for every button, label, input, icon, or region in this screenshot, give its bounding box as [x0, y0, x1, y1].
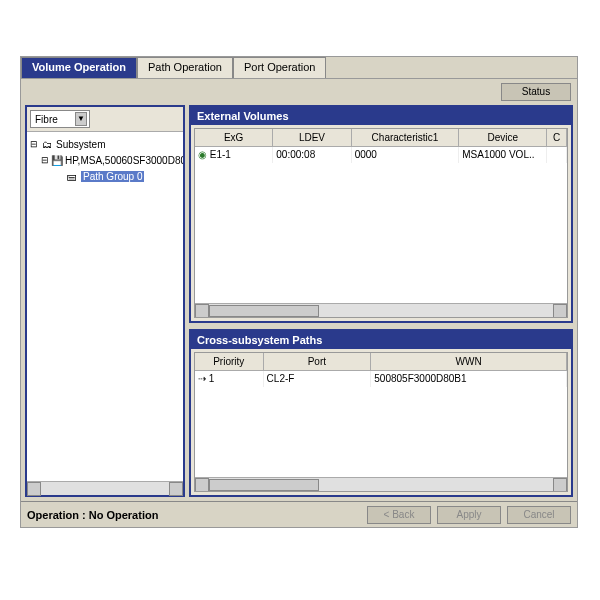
external-volumes-panel: External Volumes ExG LDEV Characteristic… [189, 105, 573, 323]
apply-button[interactable]: Apply [437, 506, 501, 524]
tree-node-path-group[interactable]: 🖴 Path Group 0 [29, 168, 181, 184]
table-body: ◉ E1-1 00:00:08 0000 MSA1000 VOL.. [195, 147, 567, 303]
cell-characteristic1: 0000 [352, 147, 460, 163]
tab-bar: Volume Operation Path Operation Port Ope… [21, 57, 577, 79]
status-button[interactable]: Status [501, 83, 571, 101]
sidebar-toolbar: Fibre ▼ [27, 107, 183, 132]
tree-node-hp-msa[interactable]: ⊟ 💾 HP,MSA,50060SF3000D80B0 [29, 152, 181, 168]
tab-volume-operation[interactable]: Volume Operation [21, 57, 137, 78]
app-window: Volume Operation Path Operation Port Ope… [20, 56, 578, 528]
tab-path-operation[interactable]: Path Operation [137, 57, 233, 78]
sidebar: Fibre ▼ ⊟ 🗂 Subsystem ⊟ 💾 HP,MSA,50060SF… [25, 105, 185, 497]
cell-ldev: 00:00:08 [273, 147, 351, 163]
col-wwn[interactable]: WWN [371, 353, 567, 370]
status-row: Status [21, 79, 577, 105]
main-panels: External Volumes ExG LDEV Characteristic… [189, 105, 573, 497]
back-button[interactable]: < Back [367, 506, 431, 524]
tree-root[interactable]: ⊟ 🗂 Subsystem [29, 136, 181, 152]
collapse-icon[interactable]: ⊟ [29, 139, 38, 149]
cell-exg: ◉ E1-1 [195, 147, 273, 163]
device-tree[interactable]: ⊟ 🗂 Subsystem ⊟ 💾 HP,MSA,50060SF3000D80B… [27, 132, 183, 481]
col-characteristic1[interactable]: Characteristic1 [352, 129, 460, 146]
col-port[interactable]: Port [264, 353, 372, 370]
col-c[interactable]: C [547, 129, 567, 146]
protocol-dropdown[interactable]: Fibre ▼ [30, 110, 90, 128]
col-priority[interactable]: Priority [195, 353, 264, 370]
horizontal-scrollbar[interactable] [195, 303, 567, 317]
external-volumes-table: ExG LDEV Characteristic1 Device C ◉ E1-1… [194, 128, 568, 318]
table-body: ⇢ 1 CL2-F 500805F3000D80B1 [195, 371, 567, 477]
cancel-button[interactable]: Cancel [507, 506, 571, 524]
tab-port-operation[interactable]: Port Operation [233, 57, 327, 78]
horizontal-scrollbar[interactable] [195, 477, 567, 491]
col-device[interactable]: Device [459, 129, 547, 146]
storage-icon: 🖴 [65, 171, 79, 182]
cell-wwn: 500805F3000D80B1 [371, 371, 567, 387]
collapse-icon[interactable]: ⊟ [41, 155, 49, 165]
panel-title: External Volumes [191, 107, 571, 125]
globe-icon: ◉ [198, 149, 207, 160]
panel-title: Cross-subsystem Paths [191, 331, 571, 349]
table-row[interactable]: ⇢ 1 CL2-F 500805F3000D80B1 [195, 371, 567, 387]
tree-root-label: Subsystem [56, 139, 105, 150]
col-exg[interactable]: ExG [195, 129, 273, 146]
chevron-down-icon: ▼ [75, 112, 87, 126]
cross-paths-table: Priority Port WWN ⇢ 1 CL2-F 500805F3000D… [194, 352, 568, 492]
tree-node-label: Path Group 0 [81, 171, 144, 182]
cell-port: CL2-F [264, 371, 372, 387]
sidebar-horizontal-scrollbar[interactable] [27, 481, 183, 495]
col-ldev[interactable]: LDEV [273, 129, 351, 146]
table-header-row: Priority Port WWN [195, 353, 567, 371]
cross-subsystem-paths-panel: Cross-subsystem Paths Priority Port WWN … [189, 329, 573, 497]
scrollbar-thumb[interactable] [209, 305, 319, 317]
table-row[interactable]: ◉ E1-1 00:00:08 0000 MSA1000 VOL.. [195, 147, 567, 163]
footer-bar: Operation : No Operation < Back Apply Ca… [21, 501, 577, 527]
main-body: Fibre ▼ ⊟ 🗂 Subsystem ⊟ 💾 HP,MSA,50060SF… [21, 105, 577, 501]
footer-buttons: < Back Apply Cancel [367, 506, 571, 524]
disk-icon: 💾 [51, 155, 63, 166]
folder-icon: 🗂 [40, 139, 54, 150]
tree-node-label: HP,MSA,50060SF3000D80B0 [65, 155, 183, 166]
table-header-row: ExG LDEV Characteristic1 Device C [195, 129, 567, 147]
cell-c [547, 147, 567, 163]
cell-device: MSA1000 VOL.. [459, 147, 547, 163]
operation-status-text: Operation : No Operation [27, 509, 158, 521]
scrollbar-thumb[interactable] [209, 479, 319, 491]
cell-priority: ⇢ 1 [195, 371, 264, 387]
protocol-dropdown-value: Fibre [35, 114, 58, 125]
link-icon: ⇢ [198, 373, 206, 384]
